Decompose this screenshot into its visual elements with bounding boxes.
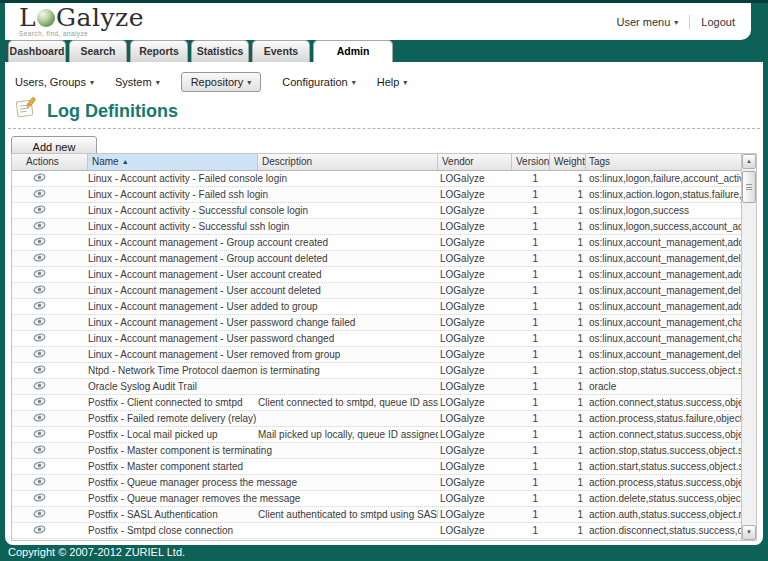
view-eye-icon[interactable] [33, 411, 46, 426]
table-row[interactable]: Postfix - Failed remote delivery (relay)… [12, 411, 741, 427]
table-row[interactable]: Linux - Account activity - Failed ssh lo… [12, 187, 741, 203]
view-eye-icon[interactable] [33, 331, 46, 346]
view-eye-icon[interactable] [33, 219, 46, 234]
view-eye-icon[interactable] [33, 507, 46, 522]
view-eye-icon[interactable] [33, 251, 46, 266]
column-header-vendor[interactable]: Vendor [438, 154, 512, 170]
cell-description [258, 267, 438, 282]
cell-version: 1 [512, 347, 550, 362]
menu-item-users-groups[interactable]: Users, Groups▾ [15, 73, 94, 91]
view-eye-icon[interactable] [33, 235, 46, 250]
cell-weight: 1 [550, 491, 586, 506]
scroll-down-button[interactable]: ▼ [742, 525, 756, 540]
cell-vendor: LOGalyze [438, 347, 512, 362]
scroll-up-button[interactable]: ▲ [742, 154, 756, 169]
menu-item-configuration[interactable]: Configuration▾ [282, 73, 355, 91]
table-row[interactable]: Oracle Syslog Audit Trail LOGalyze 1 1 o… [12, 379, 741, 395]
cell-actions [12, 235, 88, 250]
table-row[interactable]: Linux - Account activity - Successful co… [12, 203, 741, 219]
table-row[interactable]: Linux - Account management - Group accou… [12, 235, 741, 251]
cell-weight: 1 [550, 171, 586, 186]
column-header-name[interactable]: Name▲ [88, 154, 258, 170]
cell-actions [12, 363, 88, 378]
table-row[interactable]: Postfix - Local mail picked up Mail pick… [12, 427, 741, 443]
cell-version: 1 [512, 491, 550, 506]
cell-actions [12, 219, 88, 234]
cell-tags: action.auth,status.success,object.mail [586, 507, 741, 522]
table-row[interactable]: Linux - Account activity - Successful ss… [12, 219, 741, 235]
tab-reports[interactable]: Reports [130, 40, 188, 62]
table-row[interactable]: Linux - Account management - User accoun… [12, 267, 741, 283]
table-row[interactable]: Linux - Account management - User passwo… [12, 315, 741, 331]
tab-search[interactable]: Search [69, 40, 127, 62]
view-eye-icon[interactable] [33, 203, 46, 218]
cell-vendor: LOGalyze [438, 459, 512, 474]
view-eye-icon[interactable] [33, 299, 46, 314]
cell-version: 1 [512, 427, 550, 442]
view-eye-icon[interactable] [33, 187, 46, 202]
column-header-description[interactable]: Description [258, 154, 438, 170]
view-eye-icon[interactable] [33, 315, 46, 330]
view-eye-icon[interactable] [33, 171, 46, 186]
table-row[interactable]: Postfix - Queue manager removes the mess… [12, 491, 741, 507]
view-eye-icon[interactable] [33, 395, 46, 410]
table-row[interactable]: Linux - Account activity - Failed consol… [12, 171, 741, 187]
cell-name: Postfix - Queue manager removes the mess… [88, 491, 258, 506]
table-row[interactable]: Linux - Account management - Group accou… [12, 251, 741, 267]
cell-weight: 1 [550, 331, 586, 346]
view-eye-icon[interactable] [33, 459, 46, 474]
view-eye-icon[interactable] [33, 379, 46, 394]
cell-description [258, 411, 438, 426]
view-eye-icon[interactable] [33, 267, 46, 282]
menu-item-help[interactable]: Help▾ [377, 73, 408, 91]
chevron-down-icon: ▾ [90, 78, 94, 87]
table-row[interactable]: Postfix - Master component is terminatin… [12, 443, 741, 459]
cell-description [258, 251, 438, 266]
view-eye-icon[interactable] [33, 347, 46, 362]
logout-link[interactable]: Logout [701, 16, 735, 28]
table-row[interactable]: Postfix - Queue manager process the mess… [12, 475, 741, 491]
cell-version: 1 [512, 203, 550, 218]
view-eye-icon[interactable] [33, 443, 46, 458]
logo[interactable]: LGalyze Search, find, analyze [19, 5, 144, 38]
view-eye-icon[interactable] [33, 491, 46, 506]
view-eye-icon[interactable] [33, 523, 46, 538]
table-row[interactable]: Linux - Account management - User remove… [12, 347, 741, 363]
view-eye-icon[interactable] [33, 363, 46, 378]
column-header-version[interactable]: Version [512, 154, 550, 170]
tab-dashboard[interactable]: Dashboard [8, 40, 66, 62]
menu-item-repository[interactable]: Repository▾ [181, 72, 262, 92]
tab-events[interactable]: Events [252, 40, 310, 62]
column-header-actions[interactable]: Actions [12, 154, 88, 170]
cell-version: 1 [512, 251, 550, 266]
vertical-scrollbar[interactable]: ▲ ▼ [741, 154, 756, 540]
table-row[interactable]: Linux - Account management - User added … [12, 299, 741, 315]
cell-name: Postfix - Local mail picked up [88, 427, 258, 442]
cell-tags: oracle [586, 379, 741, 394]
view-eye-icon[interactable] [33, 427, 46, 442]
table-row[interactable]: Linux - Account management - User accoun… [12, 283, 741, 299]
table-row[interactable]: Postfix - Client connected to smtpd Clie… [12, 395, 741, 411]
tab-admin[interactable]: Admin [313, 40, 393, 62]
tab-statistics[interactable]: Statistics [191, 40, 249, 62]
table-row[interactable]: Postfix - Master component started LOGal… [12, 459, 741, 475]
cell-description [258, 379, 438, 394]
column-header-tags[interactable]: Tags [586, 154, 741, 170]
user-menu-button[interactable]: User menu▾ [617, 16, 679, 28]
view-eye-icon[interactable] [33, 475, 46, 490]
table-row[interactable]: Linux - Account management - User passwo… [12, 331, 741, 347]
cell-vendor: LOGalyze [438, 251, 512, 266]
table-row[interactable]: Postfix - Smtpd close connection LOGalyz… [12, 523, 741, 539]
cell-version: 1 [512, 235, 550, 250]
menu-item-system[interactable]: System▾ [115, 73, 160, 91]
cell-description [258, 299, 438, 314]
table-row[interactable]: Postfix - SASL Authentication Client aut… [12, 507, 741, 523]
cell-actions [12, 507, 88, 522]
scrollbar-thumb[interactable] [742, 171, 756, 203]
table-row[interactable]: Ntpd - Network Time Protocol daemon is t… [12, 363, 741, 379]
cell-actions [12, 459, 88, 474]
column-header-weight[interactable]: Weight [550, 154, 586, 170]
cell-description [258, 347, 438, 362]
cell-name: Linux - Account management - User accoun… [88, 283, 258, 298]
view-eye-icon[interactable] [33, 283, 46, 298]
